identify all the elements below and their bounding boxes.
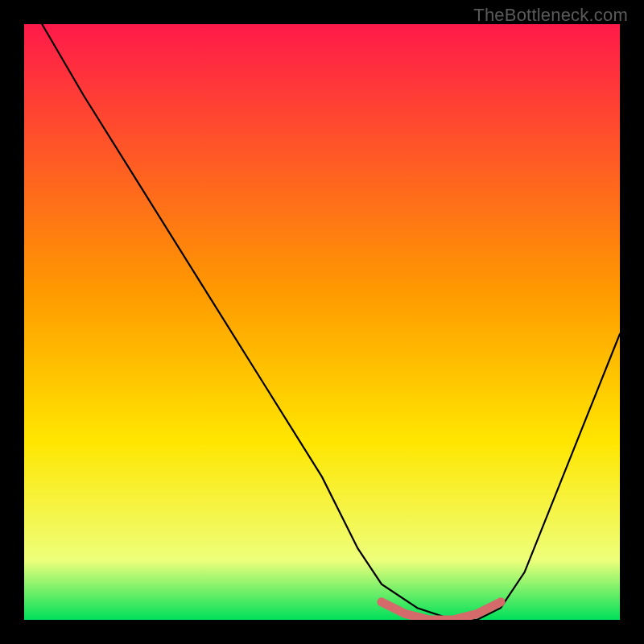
gradient-background (24, 24, 620, 620)
watermark-text: TheBottleneck.com (473, 5, 628, 26)
chart-container (24, 24, 620, 620)
bottleneck-chart (24, 24, 620, 620)
